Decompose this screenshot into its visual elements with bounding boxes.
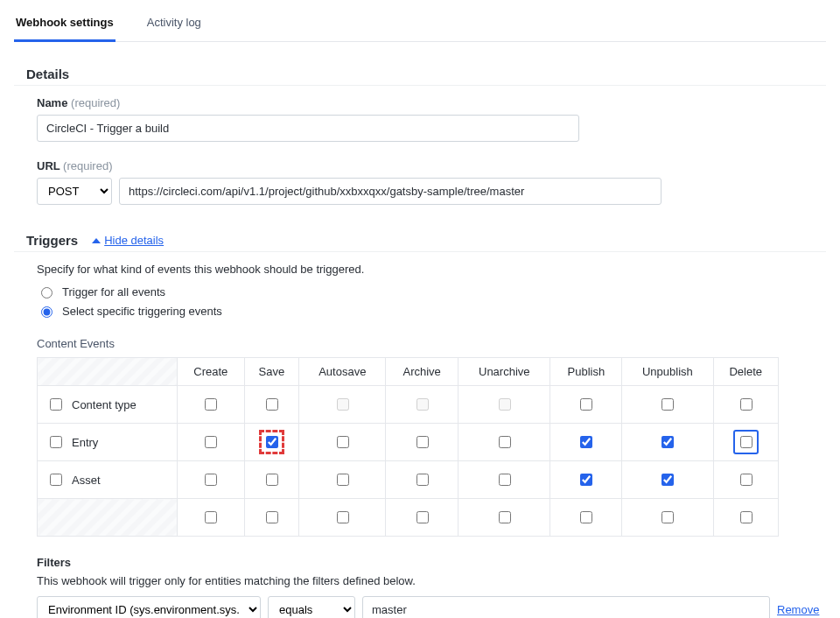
name-label: Name (required) (37, 96, 826, 109)
event-checkbox[interactable] (416, 474, 429, 486)
event-cell (244, 424, 299, 461)
row-name: Content type (72, 398, 136, 411)
event-checkbox[interactable] (740, 436, 752, 448)
method-select[interactable]: POST (37, 178, 112, 205)
event-cell (622, 424, 713, 461)
name-label-text: Name (37, 96, 67, 109)
triggers-header: Triggers Hide details (14, 233, 826, 252)
event-checkbox[interactable] (662, 511, 674, 523)
event-checkbox[interactable] (740, 398, 752, 411)
event-cell (244, 499, 299, 537)
events-col-delete: Delete (713, 358, 778, 386)
tab-webhook-settings[interactable]: Webhook settings (14, 11, 116, 42)
event-cell (178, 386, 245, 424)
hide-details-link[interactable]: Hide details (92, 234, 164, 247)
radio-trigger-specific[interactable]: Select specific triggering events (37, 304, 826, 318)
name-required-tag: (required) (71, 96, 120, 109)
filter-field-select[interactable]: Environment ID (sys.environment.sys.id) (37, 596, 261, 618)
event-checkbox[interactable] (662, 398, 674, 411)
event-cell (244, 386, 299, 424)
event-checkbox[interactable] (740, 511, 752, 523)
event-checkbox[interactable] (266, 511, 278, 523)
event-cell (386, 461, 458, 499)
url-required-tag: (required) (63, 159, 112, 172)
event-checkbox[interactable] (337, 511, 349, 523)
events-col-save: Save (244, 358, 299, 386)
event-cell (713, 461, 778, 499)
event-checkbox[interactable] (337, 474, 349, 486)
event-cell (299, 461, 386, 499)
event-cell (386, 499, 458, 537)
event-checkbox[interactable] (266, 436, 278, 448)
name-input[interactable] (37, 115, 579, 142)
event-cell (458, 386, 550, 424)
event-cell (458, 499, 550, 537)
filters-description: This webhook will trigger only for entit… (37, 574, 826, 587)
event-cell (622, 461, 713, 499)
events-row-label: Content type (38, 386, 178, 424)
event-cell (299, 424, 386, 461)
event-cell (622, 499, 713, 537)
events-header-empty (38, 358, 178, 386)
url-label-text: URL (37, 159, 60, 172)
events-col-publish: Publish (550, 358, 622, 386)
event-cell (550, 424, 622, 461)
events-col-unpublish: Unpublish (622, 358, 713, 386)
event-checkbox[interactable] (740, 474, 752, 486)
filter-value-input[interactable] (362, 596, 770, 618)
radio-trigger-all-input[interactable] (41, 287, 52, 298)
filters-section: Filters This webhook will trigger only f… (14, 556, 826, 618)
event-checkbox[interactable] (205, 398, 217, 411)
tab-activity-log[interactable]: Activity log (145, 11, 203, 41)
filter-operator-select[interactable]: equals (268, 596, 355, 618)
url-row: POST (37, 178, 770, 205)
event-cell (178, 424, 245, 461)
row-select-checkbox[interactable] (50, 474, 62, 486)
event-cell (622, 386, 713, 424)
events-row-label (38, 499, 178, 537)
radio-trigger-specific-input[interactable] (41, 306, 52, 318)
triggers-description: Specify for what kind of events this web… (14, 263, 826, 276)
event-checkbox[interactable] (662, 474, 674, 486)
filters-title: Filters (37, 556, 826, 569)
url-label: URL (required) (37, 159, 826, 172)
event-checkbox (337, 398, 349, 411)
content-events-table: CreateSaveAutosaveArchiveUnarchivePublis… (37, 357, 779, 537)
filter-remove-link[interactable]: Remove (777, 603, 826, 616)
event-checkbox[interactable] (580, 474, 592, 486)
event-checkbox[interactable] (205, 511, 217, 523)
event-checkbox[interactable] (337, 436, 349, 448)
event-checkbox[interactable] (416, 511, 429, 523)
tabs: Webhook settings Activity log (14, 0, 826, 42)
event-cell (178, 461, 245, 499)
event-checkbox[interactable] (580, 511, 592, 523)
url-input[interactable] (119, 178, 662, 205)
event-checkbox[interactable] (499, 511, 511, 523)
event-cell (178, 499, 245, 537)
radio-trigger-all[interactable]: Trigger for all events (37, 284, 826, 298)
events-col-create: Create (178, 358, 245, 386)
event-checkbox (416, 398, 429, 411)
row-name: Asset (72, 474, 101, 487)
event-checkbox[interactable] (580, 398, 592, 411)
event-checkbox[interactable] (266, 474, 278, 486)
event-checkbox[interactable] (266, 398, 278, 411)
event-checkbox[interactable] (205, 436, 217, 448)
events-header-row: CreateSaveAutosaveArchiveUnarchivePublis… (38, 358, 779, 386)
event-checkbox[interactable] (580, 436, 592, 448)
events-col-unarchive: Unarchive (458, 358, 550, 386)
event-checkbox[interactable] (662, 436, 674, 448)
events-row-label: Entry (38, 424, 178, 461)
row-select-checkbox[interactable] (50, 436, 62, 448)
event-checkbox[interactable] (499, 474, 511, 486)
event-checkbox[interactable] (205, 474, 217, 486)
events-row-label: Asset (38, 461, 178, 499)
row-select-checkbox[interactable] (50, 398, 62, 411)
event-checkbox[interactable] (416, 436, 429, 448)
event-cell (458, 461, 550, 499)
events-row: Content type (38, 386, 779, 424)
trigger-mode-radios: Trigger for all events Select specific t… (14, 284, 826, 318)
events-row: Entry (38, 424, 779, 461)
event-checkbox[interactable] (499, 436, 511, 448)
events-row: Asset (38, 461, 779, 499)
